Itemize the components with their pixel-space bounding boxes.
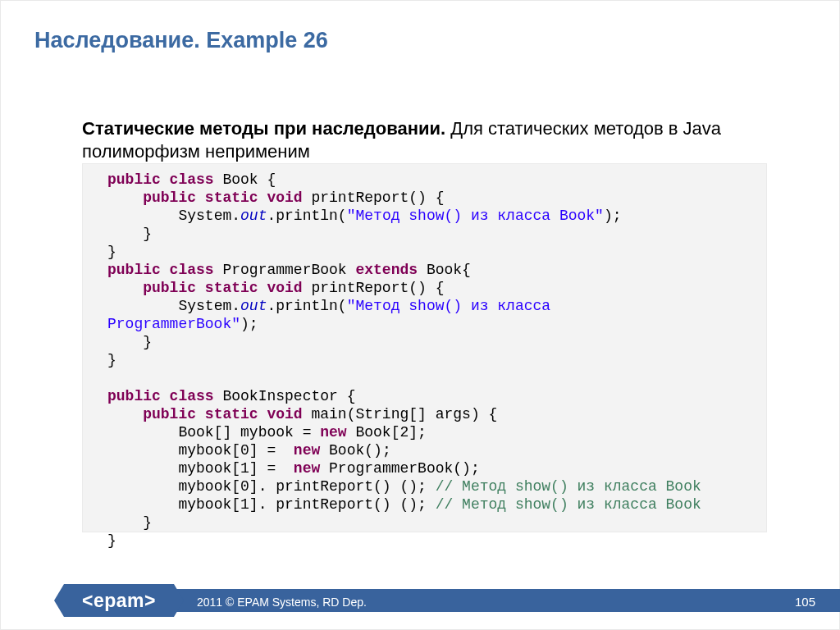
kw: new	[320, 424, 346, 441]
kw: extends	[355, 262, 418, 278]
code-text: }	[143, 514, 152, 531]
kw: public class	[107, 388, 214, 404]
kw: public class	[107, 171, 214, 188]
code-text: ProgrammerBook	[214, 262, 356, 278]
code-text: Book {	[214, 171, 276, 188]
code-text: mybook[0]. printReport() ();	[178, 478, 435, 495]
static-field: out	[240, 298, 267, 314]
string: ProgrammerBook"	[107, 316, 240, 332]
code-text: mybook[0] =	[178, 442, 293, 459]
code-text: mybook[1]. printReport() ();	[178, 496, 435, 513]
code-text: ProgrammerBook();	[320, 460, 479, 477]
code-text: Book[2];	[347, 424, 427, 441]
copyright: 2011 © EPAM Systems, RD Dep.	[197, 596, 367, 609]
string: "Метод show() из класса	[347, 298, 550, 314]
kw: public static void	[143, 189, 302, 206]
code-text: Book{	[418, 262, 471, 278]
code-text: }	[143, 226, 152, 242]
description: Статические методы при наследовании. Для…	[82, 117, 791, 162]
code-text: BookInspector {	[214, 388, 356, 404]
code-text: printReport() {	[303, 189, 445, 206]
code-text: main(String[] args) {	[303, 406, 498, 422]
code-text: Book[] mybook =	[178, 424, 320, 441]
kw: public class	[107, 262, 214, 278]
kw: public static void	[143, 406, 302, 422]
code-text: System.	[178, 298, 240, 314]
code-text: }	[143, 334, 152, 350]
code-text: System.	[178, 208, 240, 224]
string: "Метод show() из класса Book"	[347, 208, 604, 224]
slide: Наследование. Example 26 Статические мет…	[0, 0, 840, 630]
description-bold: Статические методы при наследовании.	[82, 118, 445, 139]
code-text: );	[604, 208, 622, 224]
code-text: .println(	[267, 298, 346, 314]
page-number: 105	[795, 595, 815, 609]
comment: // Метод show() из класса Book	[436, 496, 701, 513]
code-block: public class Book { public static void p…	[82, 163, 767, 532]
code-text: );	[240, 316, 258, 332]
code-text: mybook[1] =	[178, 460, 293, 477]
kw: new	[294, 460, 320, 477]
code-text: .println(	[267, 208, 346, 224]
code-text: Book();	[320, 442, 390, 459]
code-text: }	[107, 352, 116, 368]
comment: // Метод show() из класса Book	[436, 478, 701, 495]
epam-logo: <epam>	[64, 584, 174, 617]
kw: public static void	[143, 280, 302, 296]
static-field: out	[240, 208, 267, 224]
slide-title: Наследование. Example 26	[34, 28, 328, 53]
code-text: printReport() {	[303, 280, 445, 296]
code-text: }	[107, 244, 116, 260]
kw: new	[294, 442, 320, 459]
code-text: }	[107, 532, 116, 549]
